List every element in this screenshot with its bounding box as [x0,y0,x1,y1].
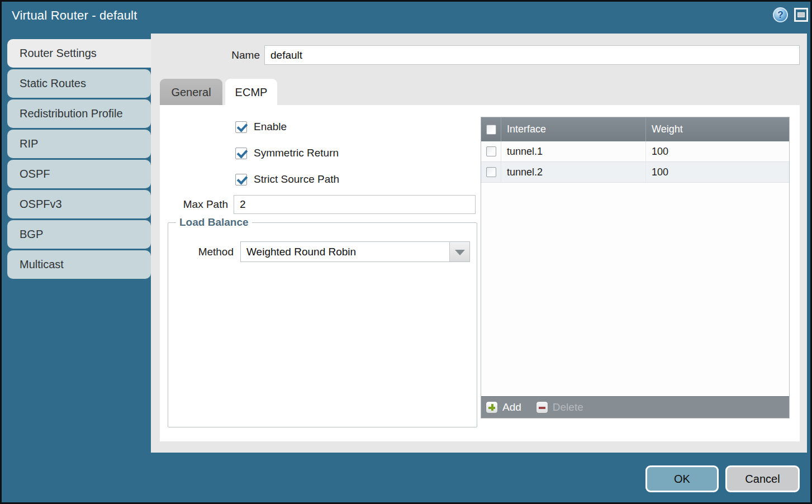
sidebar-item-bgp[interactable]: BGP [7,220,151,249]
enable-row: Enable [235,120,287,134]
sidebar-item-label: Static Routes [20,77,86,90]
cancel-button[interactable]: Cancel [725,465,800,492]
cancel-button-label: Cancel [745,473,780,486]
tab-label: General [171,86,211,99]
strict-source-path-row: Strict Source Path [235,173,339,186]
sidebar-item-router-settings[interactable]: Router Settings [7,39,151,68]
strict-source-path-label: Strict Source Path [254,173,339,186]
max-path-label: Max Path [165,195,228,214]
row-cell-weight: 100 [646,162,789,182]
sidebar-item-label: RIP [20,137,38,150]
row-cell-select [481,141,501,161]
ecmp-panel: Enable Symmetric Return Strict Source Pa… [160,105,800,441]
strict-source-path-checkbox[interactable] [235,174,247,186]
tab-ecmp[interactable]: ECMP [225,79,277,106]
sidebar-item-static-routes[interactable]: Static Routes [7,69,151,98]
row-checkbox[interactable] [486,167,496,177]
ok-button[interactable]: OK [645,465,719,492]
sidebar-item-ospf[interactable]: OSPF [7,160,151,188]
minus-icon [536,401,548,413]
sidebar-item-redistribution-profile[interactable]: Redistribution Profile [7,99,151,128]
select-all-checkbox[interactable] [486,125,496,135]
sidebar-item-multicast[interactable]: Multicast [7,250,151,279]
sidebar-item-rip[interactable]: RIP [7,130,151,158]
name-input[interactable] [264,45,800,65]
row-cell-weight: 100 [646,141,789,161]
symmetric-return-label: Symmetric Return [254,147,339,159]
sidebar-item-label: Router Settings [20,47,97,60]
window-restore-icon-inner [797,12,805,17]
load-balance-legend: Load Balance [176,216,252,229]
enable-checkbox[interactable] [235,121,247,133]
method-dropdown-value: Weighted Round Robin [246,242,356,261]
header-cell-weight: Weight [646,117,789,141]
row-cell-interface: tunnel.1 [501,141,646,161]
dialog-title: Virtual Router - default [12,8,137,23]
table-footer: Add Delete [481,396,789,418]
method-label: Method [177,241,234,262]
row-checkbox[interactable] [486,146,496,156]
sidebar-item-label: OSPF [20,168,50,180]
interface-table: Interface Weight tunnel.1 100 tunnel.2 1… [481,117,790,419]
max-path-input[interactable] [234,195,476,214]
tab-label: ECMP [235,86,268,99]
sidebar-item-label: Multicast [20,258,64,271]
help-icon[interactable]: ? [773,7,788,22]
content-panel: Name General ECMP Enable Symmetric Retur… [151,34,807,453]
interface-table-header: Interface Weight [481,117,789,141]
ok-button-label: OK [674,473,690,486]
row-cell-select [481,162,501,182]
sidebar-item-ospfv3[interactable]: OSPFv3 [7,190,151,218]
symmetric-return-row: Symmetric Return [235,146,339,160]
method-dropdown[interactable]: Weighted Round Robin [240,241,470,262]
name-label: Name [207,45,260,65]
table-row[interactable]: tunnel.1 100 [481,141,789,162]
window-restore-icon[interactable] [794,8,808,22]
sidebar-item-label: OSPFv3 [20,198,62,211]
table-empty-area [481,183,789,396]
tab-general[interactable]: General [160,79,222,106]
add-button-label: Add [502,401,521,413]
delete-button[interactable]: Delete [536,401,583,413]
table-row[interactable]: tunnel.2 100 [481,162,789,183]
symmetric-return-checkbox[interactable] [235,148,247,159]
header-cell-select [481,117,501,141]
sidebar-item-label: Redistribution Profile [20,107,123,120]
sidebar: Router Settings Static Routes Redistribu… [7,39,151,280]
row-cell-interface: tunnel.2 [501,162,646,182]
delete-button-label: Delete [553,401,583,413]
enable-label: Enable [254,121,287,133]
sidebar-item-label: BGP [20,228,43,241]
header-cell-interface: Interface [501,117,646,141]
plus-icon [486,401,498,413]
chevron-down-icon[interactable] [449,242,469,261]
virtual-router-dialog: Virtual Router - default ? Router Settin… [0,0,812,504]
add-button[interactable]: Add [486,401,521,413]
